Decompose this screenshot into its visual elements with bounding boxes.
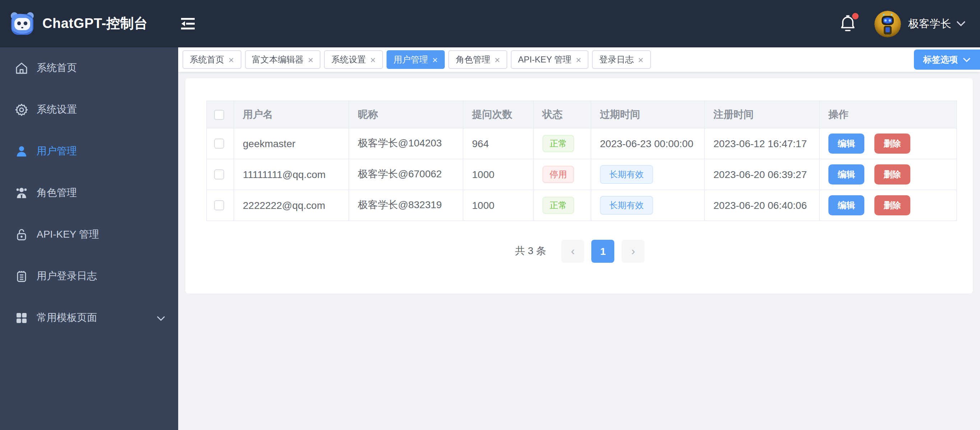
row-checkbox[interactable] <box>214 170 224 179</box>
delete-button[interactable]: 删除 <box>874 164 910 184</box>
chevron-down-icon <box>963 57 970 62</box>
tag-options-button[interactable]: 标签选项 <box>914 49 980 70</box>
close-icon[interactable]: × <box>576 55 581 64</box>
expire-badge: 长期有效 <box>600 165 653 184</box>
header-select-all <box>207 101 234 128</box>
sidebar-item-home[interactable]: 系统首页 <box>0 48 178 89</box>
cell-nickname: 极客学长@670062 <box>349 159 463 190</box>
col-actions: 操作 <box>819 101 957 128</box>
role-icon <box>15 187 28 200</box>
main-area: 系统首页 × 富文本编辑器 × 系统设置 × 用户管理 × 角色管理 × <box>178 48 980 430</box>
status-badge: 正常 <box>542 135 574 152</box>
user-menu-chevron-down-icon[interactable] <box>956 21 966 27</box>
status-badge: 正常 <box>542 197 574 214</box>
status-badge: 停用 <box>542 166 574 183</box>
cell-username: geekmaster <box>234 128 349 159</box>
cell-expire: 2023-06-23 00:00:00 <box>591 128 705 159</box>
notification-badge <box>852 13 859 19</box>
tab-label: 角色管理 <box>456 54 490 66</box>
tab-login-log[interactable]: 登录日志 × <box>592 50 651 69</box>
table-row: geekmaster 极客学长@104203 964 正常 2023-06-23… <box>207 128 957 159</box>
close-icon[interactable]: × <box>229 55 234 64</box>
cell-username: 11111111@qq.com <box>234 159 349 190</box>
col-registered: 注册时间 <box>705 101 819 128</box>
cell-questions: 1000 <box>463 190 533 221</box>
col-questions: 提问次数 <box>463 101 533 128</box>
table-row: 11111111@qq.com 极客学长@670062 1000 停用 长期有效… <box>207 159 957 190</box>
col-username: 用户名 <box>234 101 349 128</box>
top-bar: ChatGPT-控制台 <box>0 0 980 48</box>
close-icon[interactable]: × <box>495 55 500 64</box>
app-title: ChatGPT-控制台 <box>42 14 148 33</box>
cell-username: 2222222@qq.com <box>234 190 349 221</box>
pagination-prev-button[interactable]: ‹ <box>562 240 584 263</box>
main-layout: 系统首页 系统设置 用户管理 <box>0 48 980 430</box>
sidebar-item-label: 系统设置 <box>37 103 77 116</box>
sidebar-item-label: 系统首页 <box>37 62 77 75</box>
tab-richtext-editor[interactable]: 富文本编辑器 × <box>245 50 320 69</box>
app-root: ChatGPT-控制台 <box>0 0 980 430</box>
tab-strip: 系统首页 × 富文本编辑器 × 系统设置 × 用户管理 × 角色管理 × <box>178 48 980 72</box>
edit-button[interactable]: 编辑 <box>829 164 864 184</box>
pagination: 共 3 条 ‹ 1 › <box>206 240 957 263</box>
top-bar-right: 极客学长 <box>840 10 980 37</box>
app-logo-icon <box>10 11 35 36</box>
tab-label: 系统设置 <box>331 54 366 66</box>
sidebar-item-login-log[interactable]: 用户登录日志 <box>0 255 178 297</box>
sidebar-item-users[interactable]: 用户管理 <box>0 131 178 172</box>
delete-button[interactable]: 删除 <box>874 195 910 215</box>
col-status: 状态 <box>533 101 591 128</box>
tab-apikey-management[interactable]: API-KEY 管理 × <box>511 50 589 69</box>
cell-nickname: 极客学长@104203 <box>349 128 463 159</box>
tab-user-management[interactable]: 用户管理 × <box>387 50 445 69</box>
tab-home[interactable]: 系统首页 × <box>183 50 241 69</box>
user-table-card: 用户名 昵称 提问次数 状态 过期时间 注册时间 操作 <box>185 78 973 294</box>
sidebar-item-settings[interactable]: 系统设置 <box>0 89 178 131</box>
notification-bell-icon[interactable] <box>840 15 856 32</box>
tab-role-management[interactable]: 角色管理 × <box>449 50 507 69</box>
close-icon[interactable]: × <box>370 55 375 64</box>
col-expire: 过期时间 <box>591 101 705 128</box>
close-icon[interactable]: × <box>433 55 438 64</box>
log-icon <box>15 270 28 283</box>
sidebar-item-label: 用户管理 <box>37 145 77 158</box>
user-icon <box>15 145 28 158</box>
close-icon[interactable]: × <box>308 55 313 64</box>
edit-button[interactable]: 编辑 <box>829 195 864 215</box>
expire-badge: 长期有效 <box>600 196 653 215</box>
select-all-checkbox[interactable] <box>214 109 224 119</box>
sidebar-item-label: 用户登录日志 <box>37 270 97 283</box>
close-icon[interactable]: × <box>638 55 643 64</box>
pagination-next-button[interactable]: › <box>622 240 645 263</box>
edit-button[interactable]: 编辑 <box>829 133 864 154</box>
brand: ChatGPT-控制台 <box>0 11 178 36</box>
tab-settings[interactable]: 系统设置 × <box>324 50 383 69</box>
pagination-page-1[interactable]: 1 <box>592 240 615 263</box>
user-avatar[interactable] <box>874 10 901 37</box>
cell-registered: 2023-06-20 06:40:06 <box>705 190 819 221</box>
cell-nickname: 极客学长@832319 <box>349 190 463 221</box>
sidebar-collapse-icon[interactable] <box>181 18 195 29</box>
cell-questions: 964 <box>463 128 533 159</box>
pagination-total: 共 3 条 <box>515 245 546 258</box>
home-icon <box>15 62 28 75</box>
cell-questions: 1000 <box>463 159 533 190</box>
content-area: 用户名 昵称 提问次数 状态 过期时间 注册时间 操作 <box>178 72 980 430</box>
delete-button[interactable]: 删除 <box>874 133 910 154</box>
sidebar-item-templates[interactable]: 常用模板页面 <box>0 297 178 339</box>
cell-registered: 2023-06-20 06:39:27 <box>705 159 819 190</box>
row-checkbox[interactable] <box>214 138 224 149</box>
gear-icon <box>15 103 28 116</box>
tab-label: 富文本编辑器 <box>252 54 304 66</box>
sidebar-item-label: 角色管理 <box>37 187 77 200</box>
cell-registered: 2023-06-12 16:47:17 <box>705 128 819 159</box>
table-header-row: 用户名 昵称 提问次数 状态 过期时间 注册时间 操作 <box>207 101 957 128</box>
sidebar-item-roles[interactable]: 角色管理 <box>0 172 178 214</box>
username-label[interactable]: 极客学长 <box>908 17 951 30</box>
sidebar-item-label: API-KEY 管理 <box>37 228 99 241</box>
table-row: 2222222@qq.com 极客学长@832319 1000 正常 长期有效 … <box>207 190 957 221</box>
grid-icon <box>15 311 28 324</box>
sidebar-item-apikey[interactable]: API-KEY 管理 <box>0 214 178 255</box>
row-checkbox[interactable] <box>214 200 224 210</box>
tab-label: 登录日志 <box>599 54 634 66</box>
